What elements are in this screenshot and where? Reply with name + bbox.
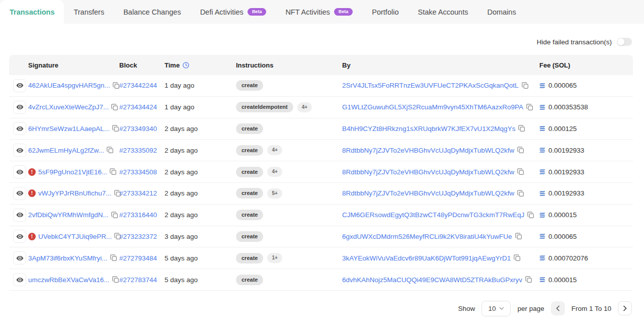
- eye-icon: [16, 277, 24, 283]
- copy-address-button[interactable]: [518, 125, 525, 132]
- tab-portfolio[interactable]: Portfolio: [362, 0, 408, 24]
- tab-transactions[interactable]: Transactions: [0, 0, 64, 24]
- block-link[interactable]: #272793484: [119, 254, 157, 262]
- copy-address-button[interactable]: [526, 104, 533, 111]
- view-transaction-button[interactable]: [13, 209, 26, 222]
- tab-domains[interactable]: Domains: [477, 0, 525, 24]
- signature-link[interactable]: 3ApM73if6rbxKYuSMfryi...: [28, 254, 108, 262]
- signature-link[interactable]: UVebkC4YTJUiq9ePR...: [38, 233, 112, 240]
- block-link[interactable]: #273334212: [119, 189, 157, 197]
- by-address-link[interactable]: CJM6GERsowdEgytQ3tBzwCT48yPDcnwTG3ckmT7R…: [342, 211, 524, 219]
- transaction-row: umczwRbBeXVaCwVa16...#2727837445 days ag…: [9, 269, 633, 291]
- block-link[interactable]: #273335092: [119, 147, 157, 154]
- tab-defi-activities[interactable]: Defi ActivitiesBeta: [191, 0, 276, 24]
- view-transaction-button[interactable]: [13, 144, 26, 157]
- by-address-link[interactable]: 8RdtbbNy7jZJVTo2eVHBGhvVcUJqDyMdjxTubWLQ…: [342, 168, 514, 176]
- failed-transaction-icon: !: [28, 168, 36, 176]
- view-transaction-button[interactable]: [13, 251, 26, 265]
- more-instructions-badge[interactable]: 4+: [297, 102, 312, 112]
- chevron-left-icon: [556, 305, 560, 311]
- solana-icon: [539, 277, 545, 282]
- fee-cell: 0.000065: [539, 233, 633, 240]
- copy-address-button[interactable]: [514, 254, 521, 261]
- block-link[interactable]: #273349340: [119, 125, 157, 133]
- view-transaction-button[interactable]: [13, 187, 26, 200]
- time-cell: 2 days ago: [165, 147, 236, 154]
- time-ago-text: 1 day ago: [165, 82, 194, 89]
- by-address-link[interactable]: 8RdtbbNy7jZJVTo2eVHBGhvVcUJqDyMdjxTubWLQ…: [342, 189, 514, 197]
- view-transaction-button[interactable]: [13, 79, 26, 92]
- more-instructions-badge[interactable]: 5+: [267, 188, 282, 199]
- signature-link[interactable]: 62JwmELmHyALg2fZw...: [28, 147, 104, 154]
- copy-signature-button[interactable]: [112, 276, 119, 283]
- view-transaction-button[interactable]: [13, 165, 26, 178]
- view-transaction-button[interactable]: [13, 230, 26, 243]
- tab-balance-changes[interactable]: Balance Changes: [114, 0, 190, 24]
- copy-signature-button[interactable]: [112, 125, 119, 132]
- by-address-link[interactable]: G1WLtZGuwuhGL5XjS2RcuaMm9vyn45XhTM6AazxR…: [342, 103, 523, 111]
- time-ago-text: 1 day ago: [165, 103, 194, 111]
- copy-address-button[interactable]: [522, 82, 529, 89]
- copy-address-button[interactable]: [527, 212, 534, 219]
- copy-address-button[interactable]: [517, 190, 524, 197]
- signature-link[interactable]: 6HYmrSeWzw1LAaepAL...: [28, 125, 110, 133]
- view-transaction-button[interactable]: [13, 101, 26, 114]
- block-link[interactable]: #273334508: [119, 168, 157, 176]
- by-address-link[interactable]: 3kAYEokWiVuVaEdcv6r89UaK6DjWTot991jqAEwg…: [342, 254, 511, 262]
- eye-icon: [16, 169, 24, 175]
- by-address-link[interactable]: B4hH9CYZt8HRkzng1sXRUqbrkW7KJfEX7vU1X2Mq…: [342, 125, 515, 133]
- more-instructions-badge[interactable]: 4+: [267, 145, 282, 155]
- tab-stake-accounts[interactable]: Stake Accounts: [408, 0, 477, 24]
- column-header-label: Fee (SOL): [539, 61, 570, 69]
- page-size-select[interactable]: 10: [481, 301, 511, 316]
- time-ago-text: 5 days ago: [165, 254, 198, 262]
- copy-signature-button[interactable]: [111, 104, 118, 111]
- signature-link[interactable]: 4vZrcLXuveXteWecZpJ7...: [28, 103, 109, 111]
- signature-link[interactable]: vWJyYPJrRBnUfichu7...: [38, 189, 112, 197]
- preview-cell: [13, 230, 28, 243]
- copy-address-button[interactable]: [525, 276, 532, 283]
- column-header-time: Time: [165, 61, 236, 69]
- tab-label: Transfers: [73, 8, 104, 16]
- by-address-link[interactable]: 6gxdUWXcDMdrm526MeyfRCLi9k2KV8iratiU4kYu…: [342, 233, 512, 240]
- block-link[interactable]: #273316440: [119, 211, 157, 219]
- block-link[interactable]: #273232372: [119, 233, 157, 240]
- more-instructions-badge[interactable]: 4+: [267, 167, 282, 177]
- signature-link[interactable]: 462AkUEa4spgvHAR5gn...: [28, 82, 110, 89]
- instruction-badge: create: [236, 167, 263, 177]
- beta-badge: Beta: [334, 8, 353, 16]
- block-link[interactable]: #272783744: [119, 276, 157, 284]
- copy-signature-button[interactable]: [111, 212, 118, 219]
- solana-icon: [539, 213, 545, 218]
- time-cell: 2 days ago: [165, 189, 236, 197]
- copy-signature-button[interactable]: [113, 82, 120, 89]
- next-page-button[interactable]: [618, 301, 632, 315]
- time-ago-text: 3 days ago: [165, 233, 198, 240]
- copy-address-button[interactable]: [515, 233, 522, 240]
- view-transaction-button[interactable]: [13, 122, 26, 135]
- view-transaction-button[interactable]: [13, 273, 26, 286]
- tab-label: Domains: [487, 8, 516, 16]
- copy-icon: [112, 276, 119, 283]
- more-instructions-badge[interactable]: 1+: [267, 253, 282, 263]
- copy-address-button[interactable]: [517, 147, 524, 154]
- block-link[interactable]: #273434424: [119, 103, 157, 111]
- by-address-link[interactable]: 8RdtbbNy7jZJVTo2eVHBGhvVcUJqDyMdjxTubWLQ…: [342, 147, 514, 154]
- clock-icon[interactable]: [183, 62, 189, 69]
- copy-address-button[interactable]: [517, 168, 524, 175]
- block-link[interactable]: #273442244: [119, 82, 157, 89]
- signature-link[interactable]: umczwRbBeXVaCwVa16...: [28, 276, 110, 284]
- tab-nft-activities[interactable]: NFT ActivitiesBeta: [276, 0, 362, 24]
- hide-failed-toggle[interactable]: [617, 38, 632, 46]
- copy-signature-button[interactable]: [110, 168, 117, 175]
- signature-link[interactable]: 2vfDbiQwYRMhWmfgdN...: [28, 211, 109, 219]
- block-cell: #272793484: [119, 254, 165, 262]
- signature-link[interactable]: 5sF9PgUno21VjtE16...: [38, 168, 107, 176]
- copy-signature-button[interactable]: [110, 254, 117, 261]
- copy-signature-button[interactable]: [107, 147, 114, 154]
- prev-page-button[interactable]: [551, 301, 565, 315]
- tab-transfers[interactable]: Transfers: [64, 0, 114, 24]
- by-address-link[interactable]: 6dvhKAhNojz5MaCUQQi49E9CWA8WtD5ZTRAkBuGP…: [342, 276, 522, 284]
- by-address-link[interactable]: 2SrV4JLTsx5FoRRTnzEw3UVFUeCT2PKAxScGqkan…: [342, 82, 519, 89]
- instructions-cell: create4+: [236, 167, 342, 177]
